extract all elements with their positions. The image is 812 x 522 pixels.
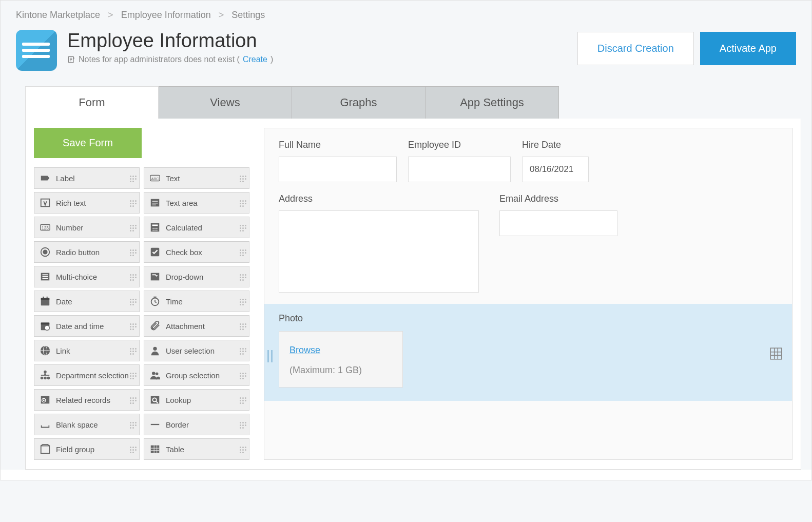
- text-icon: ABC: [148, 171, 162, 185]
- palette-item-user-selection[interactable]: User selection: [144, 340, 249, 361]
- calculated-icon: [148, 221, 162, 234]
- palette-item-rich-text[interactable]: Rich text: [34, 192, 140, 214]
- address-textarea[interactable]: [279, 210, 479, 293]
- save-form-button[interactable]: Save Form: [34, 128, 142, 158]
- svg-rect-26: [152, 274, 156, 275]
- tab-views[interactable]: Views: [159, 86, 292, 119]
- palette-item-label: Text area: [166, 199, 198, 207]
- drag-handle-icon[interactable]: [267, 350, 273, 362]
- field-full-name[interactable]: Full Name: [279, 140, 397, 182]
- radio-button-icon: [38, 245, 52, 259]
- palette-item-related-records[interactable]: Related records: [34, 389, 140, 411]
- palette-item-multi-choice[interactable]: Multi-choice: [34, 266, 140, 287]
- tab-form[interactable]: Form: [25, 86, 159, 119]
- svg-point-14: [157, 228, 158, 229]
- svg-rect-40: [44, 373, 46, 375]
- check-box-icon: [148, 245, 162, 259]
- breadcrumb-separator: >: [108, 10, 113, 20]
- field-email[interactable]: Email Address: [499, 194, 617, 293]
- svg-rect-41: [41, 375, 50, 376]
- field-employee-id[interactable]: Employee ID: [408, 140, 511, 182]
- svg-rect-22: [43, 274, 48, 275]
- palette-item-time[interactable]: Time: [144, 291, 249, 312]
- browse-link[interactable]: Browse: [289, 345, 320, 355]
- palette-item-radio-button[interactable]: Radio button: [34, 241, 140, 263]
- palette-item-label: Drop-down: [166, 273, 203, 281]
- breadcrumb-link-marketplace[interactable]: Kintone Marketplace: [16, 10, 100, 20]
- palette-item-label: Number: [56, 223, 83, 232]
- svg-rect-6: [152, 203, 158, 203]
- palette-item-date-and-time[interactable]: Date and time: [34, 315, 140, 337]
- create-notes-link[interactable]: Create: [243, 55, 267, 64]
- svg-point-17: [157, 229, 158, 230]
- field-address[interactable]: Address: [279, 194, 479, 293]
- field-palette: Save Form Label ABC Text Rich text Text …: [34, 128, 249, 460]
- palette-item-attachment[interactable]: Attachment: [144, 315, 249, 337]
- email-input[interactable]: [499, 210, 617, 236]
- palette-item-border[interactable]: Border: [144, 414, 249, 435]
- palette-item-group-selection[interactable]: Group selection: [144, 364, 249, 386]
- breadcrumb-link-app[interactable]: Employee Information: [121, 10, 211, 20]
- admin-notes-line: Notes for app administrators does not ex…: [67, 55, 577, 64]
- field-photo-selected[interactable]: Photo Browse (Maximum: 1 GB): [264, 304, 792, 401]
- palette-item-blank-space[interactable]: Blank space: [34, 414, 140, 435]
- border-icon: [148, 418, 162, 431]
- field-hire-date[interactable]: Hire Date: [522, 140, 589, 182]
- palette-item-label: Department selection: [56, 371, 129, 380]
- svg-rect-60: [770, 348, 782, 359]
- svg-point-38: [153, 347, 157, 351]
- palette-item-link[interactable]: Link: [34, 340, 140, 361]
- hire-date-input[interactable]: [522, 157, 589, 182]
- palette-item-label: Multi-choice: [56, 273, 97, 281]
- breadcrumb-current: Settings: [231, 10, 265, 20]
- attachment-icon: [148, 319, 162, 333]
- palette-item-field-group[interactable]: Field group: [34, 438, 140, 460]
- palette-item-calculated[interactable]: Calculated: [144, 217, 249, 238]
- palette-item-check-box[interactable]: Check box: [144, 241, 249, 263]
- palette-item-text-area[interactable]: Text area: [144, 192, 249, 214]
- tab-graphs[interactable]: Graphs: [292, 86, 426, 119]
- activate-app-button[interactable]: Activate App: [700, 32, 796, 65]
- palette-item-label: Field group: [56, 445, 94, 454]
- text-area-icon: [148, 196, 162, 209]
- svg-point-16: [154, 229, 156, 230]
- tab-app-settings[interactable]: App Settings: [426, 86, 559, 119]
- palette-item-label[interactable]: Label: [34, 167, 140, 189]
- svg-rect-28: [41, 298, 50, 300]
- svg-point-39: [44, 371, 47, 374]
- multi-choice-icon: [38, 270, 52, 283]
- palette-item-text[interactable]: ABC Text: [144, 167, 249, 189]
- form-canvas[interactable]: Full Name Employee ID Hire Date Address: [264, 128, 792, 460]
- field-label: Email Address: [499, 194, 617, 204]
- table-grid-icon[interactable]: [769, 347, 783, 360]
- date-and-time-icon: [38, 319, 52, 333]
- field-label: Employee ID: [408, 140, 511, 150]
- palette-item-number[interactable]: 123 Number: [34, 217, 140, 238]
- palette-item-drop-down[interactable]: Drop-down: [144, 266, 249, 287]
- number-icon: 123: [38, 221, 52, 234]
- svg-rect-7: [152, 205, 156, 205]
- svg-point-42: [41, 377, 44, 380]
- table-icon: [148, 442, 162, 456]
- palette-item-label: Group selection: [166, 371, 220, 380]
- palette-item-date[interactable]: Date: [34, 291, 140, 312]
- breadcrumb-separator: >: [219, 10, 224, 20]
- palette-item-label: Radio button: [56, 248, 100, 257]
- palette-item-label: Calculated: [166, 223, 202, 232]
- full-name-input[interactable]: [279, 157, 397, 182]
- palette-item-department-selection[interactable]: Department selection: [34, 364, 140, 386]
- palette-item-label: User selection: [166, 346, 215, 355]
- svg-point-46: [156, 373, 159, 376]
- discard-creation-button[interactable]: Discard Creation: [577, 32, 694, 65]
- date-icon: [38, 295, 52, 308]
- svg-rect-33: [41, 323, 50, 325]
- svg-point-12: [152, 228, 153, 229]
- employee-id-input[interactable]: [408, 157, 511, 182]
- main-content: Save Form Label ABC Text Rich text Text …: [25, 119, 801, 470]
- palette-item-label: Blank space: [56, 420, 98, 429]
- palette-item-label: Link: [56, 346, 70, 355]
- svg-point-49: [43, 400, 45, 401]
- palette-item-table[interactable]: Table: [144, 438, 249, 460]
- palette-item-lookup[interactable]: Lookup: [144, 389, 249, 411]
- svg-point-19: [43, 250, 47, 254]
